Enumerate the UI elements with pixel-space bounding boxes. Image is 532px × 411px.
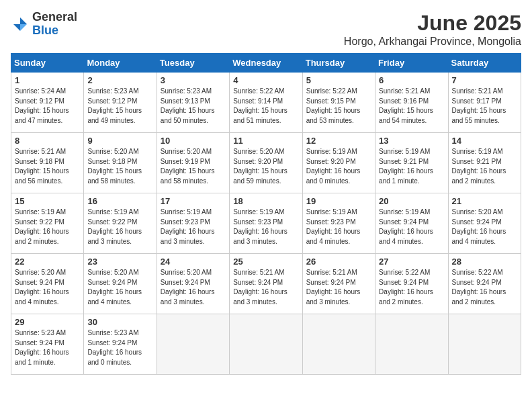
- table-row: 26Sunrise: 5:21 AM Sunset: 9:24 PM Dayli…: [302, 254, 375, 314]
- day-info: Sunrise: 5:19 AM Sunset: 9:24 PM Dayligh…: [379, 208, 444, 246]
- day-info: Sunrise: 5:20 AM Sunset: 9:18 PM Dayligh…: [87, 147, 152, 186]
- day-number: 6: [379, 75, 444, 85]
- table-row: [302, 314, 375, 375]
- week-row-2: 8Sunrise: 5:21 AM Sunset: 9:18 PM Daylig…: [11, 133, 521, 193]
- day-number: 4: [233, 75, 298, 85]
- day-info: Sunrise: 5:21 AM Sunset: 9:18 PM Dayligh…: [15, 147, 80, 186]
- day-number: 20: [379, 196, 444, 206]
- day-number: 25: [233, 257, 298, 267]
- day-number: 30: [87, 317, 152, 327]
- day-info: Sunrise: 5:23 AM Sunset: 9:12 PM Dayligh…: [87, 87, 152, 126]
- table-row: 23Sunrise: 5:20 AM Sunset: 9:24 PM Dayli…: [84, 254, 157, 314]
- table-row: 16Sunrise: 5:19 AM Sunset: 9:22 PM Dayli…: [84, 193, 157, 254]
- table-row: 5Sunrise: 5:22 AM Sunset: 9:15 PM Daylig…: [302, 73, 375, 133]
- table-row: 19Sunrise: 5:19 AM Sunset: 9:23 PM Dayli…: [302, 193, 375, 254]
- table-row: 2Sunrise: 5:23 AM Sunset: 9:12 PM Daylig…: [84, 73, 157, 133]
- day-info: Sunrise: 5:20 AM Sunset: 9:24 PM Dayligh…: [452, 208, 517, 246]
- main-title: June 2025: [344, 11, 521, 36]
- day-number: 15: [15, 196, 80, 206]
- day-info: Sunrise: 5:21 AM Sunset: 9:16 PM Dayligh…: [379, 87, 444, 126]
- day-number: 3: [161, 75, 226, 85]
- day-info: Sunrise: 5:20 AM Sunset: 9:24 PM Dayligh…: [161, 268, 226, 307]
- day-number: 8: [15, 136, 80, 146]
- day-number: 11: [233, 136, 298, 146]
- svg-marker-0: [20, 17, 27, 24]
- table-row: 20Sunrise: 5:19 AM Sunset: 9:24 PM Dayli…: [375, 193, 448, 254]
- title-area: June 2025 Horgo, Arkhangai Province, Mon…: [344, 11, 521, 48]
- week-row-3: 15Sunrise: 5:19 AM Sunset: 9:22 PM Dayli…: [11, 193, 521, 254]
- day-number: 5: [306, 75, 371, 85]
- week-row-5: 29Sunrise: 5:23 AM Sunset: 9:24 PM Dayli…: [11, 314, 521, 375]
- table-row: 14Sunrise: 5:19 AM Sunset: 9:21 PM Dayli…: [448, 133, 521, 193]
- table-row: [157, 314, 229, 375]
- day-number: 13: [379, 136, 444, 146]
- day-info: Sunrise: 5:21 AM Sunset: 9:17 PM Dayligh…: [452, 87, 517, 126]
- logo-blue-text: Blue: [32, 24, 77, 38]
- table-row: 6Sunrise: 5:21 AM Sunset: 9:16 PM Daylig…: [375, 73, 448, 133]
- table-row: [375, 314, 448, 375]
- col-sunday: Sunday: [11, 54, 84, 73]
- day-info: Sunrise: 5:19 AM Sunset: 9:23 PM Dayligh…: [306, 208, 371, 246]
- table-row: 29Sunrise: 5:23 AM Sunset: 9:24 PM Dayli…: [11, 314, 84, 375]
- day-number: 2: [87, 75, 152, 85]
- table-row: 12Sunrise: 5:19 AM Sunset: 9:20 PM Dayli…: [302, 133, 375, 193]
- day-number: 7: [452, 75, 517, 85]
- week-row-1: 1Sunrise: 5:24 AM Sunset: 9:12 PM Daylig…: [11, 73, 521, 133]
- day-info: Sunrise: 5:22 AM Sunset: 9:24 PM Dayligh…: [452, 268, 517, 307]
- day-info: Sunrise: 5:22 AM Sunset: 9:14 PM Dayligh…: [233, 87, 298, 126]
- table-row: [230, 314, 302, 375]
- table-row: 1Sunrise: 5:24 AM Sunset: 9:12 PM Daylig…: [11, 73, 84, 133]
- col-monday: Monday: [84, 54, 157, 73]
- day-number: 17: [161, 196, 226, 206]
- day-info: Sunrise: 5:19 AM Sunset: 9:21 PM Dayligh…: [452, 147, 517, 186]
- day-number: 21: [452, 196, 517, 206]
- table-row: 21Sunrise: 5:20 AM Sunset: 9:24 PM Dayli…: [448, 193, 521, 254]
- table-row: 27Sunrise: 5:22 AM Sunset: 9:24 PM Dayli…: [375, 254, 448, 314]
- table-row: 4Sunrise: 5:22 AM Sunset: 9:14 PM Daylig…: [230, 73, 302, 133]
- day-info: Sunrise: 5:20 AM Sunset: 9:24 PM Dayligh…: [15, 268, 80, 307]
- table-row: 18Sunrise: 5:19 AM Sunset: 9:23 PM Dayli…: [230, 193, 302, 254]
- table-row: 24Sunrise: 5:20 AM Sunset: 9:24 PM Dayli…: [157, 254, 229, 314]
- table-row: 11Sunrise: 5:20 AM Sunset: 9:20 PM Dayli…: [230, 133, 302, 193]
- week-row-4: 22Sunrise: 5:20 AM Sunset: 9:24 PM Dayli…: [11, 254, 521, 314]
- logo: General Blue: [11, 11, 77, 38]
- day-number: 16: [87, 196, 152, 206]
- day-number: 24: [161, 257, 226, 267]
- day-info: Sunrise: 5:19 AM Sunset: 9:21 PM Dayligh…: [379, 147, 444, 186]
- day-info: Sunrise: 5:20 AM Sunset: 9:24 PM Dayligh…: [87, 268, 152, 307]
- calendar-header: Sunday Monday Tuesday Wednesday Thursday…: [11, 54, 521, 73]
- day-number: 19: [306, 196, 371, 206]
- day-info: Sunrise: 5:23 AM Sunset: 9:13 PM Dayligh…: [161, 87, 226, 126]
- svg-marker-2: [20, 24, 27, 31]
- day-number: 29: [15, 317, 80, 327]
- day-info: Sunrise: 5:20 AM Sunset: 9:20 PM Dayligh…: [233, 147, 298, 186]
- table-row: 17Sunrise: 5:19 AM Sunset: 9:23 PM Dayli…: [157, 193, 229, 254]
- page-header: General Blue June 2025 Horgo, Arkhangai …: [11, 11, 521, 48]
- col-tuesday: Tuesday: [157, 54, 229, 73]
- day-info: Sunrise: 5:22 AM Sunset: 9:15 PM Dayligh…: [306, 87, 371, 126]
- svg-marker-1: [13, 24, 20, 31]
- table-row: 22Sunrise: 5:20 AM Sunset: 9:24 PM Dayli…: [11, 254, 84, 314]
- logo-icon: [11, 15, 30, 34]
- table-row: 30Sunrise: 5:23 AM Sunset: 9:24 PM Dayli…: [84, 314, 157, 375]
- day-number: 12: [306, 136, 371, 146]
- day-info: Sunrise: 5:19 AM Sunset: 9:22 PM Dayligh…: [87, 208, 152, 246]
- table-row: 28Sunrise: 5:22 AM Sunset: 9:24 PM Dayli…: [448, 254, 521, 314]
- table-row: 9Sunrise: 5:20 AM Sunset: 9:18 PM Daylig…: [84, 133, 157, 193]
- day-info: Sunrise: 5:20 AM Sunset: 9:19 PM Dayligh…: [161, 147, 226, 186]
- day-info: Sunrise: 5:19 AM Sunset: 9:22 PM Dayligh…: [15, 208, 80, 246]
- table-row: 10Sunrise: 5:20 AM Sunset: 9:19 PM Dayli…: [157, 133, 229, 193]
- col-saturday: Saturday: [448, 54, 521, 73]
- table-row: 7Sunrise: 5:21 AM Sunset: 9:17 PM Daylig…: [448, 73, 521, 133]
- day-info: Sunrise: 5:21 AM Sunset: 9:24 PM Dayligh…: [233, 268, 298, 307]
- day-info: Sunrise: 5:22 AM Sunset: 9:24 PM Dayligh…: [379, 268, 444, 307]
- calendar-body: 1Sunrise: 5:24 AM Sunset: 9:12 PM Daylig…: [11, 73, 521, 375]
- day-number: 27: [379, 257, 444, 267]
- day-info: Sunrise: 5:23 AM Sunset: 9:24 PM Dayligh…: [15, 328, 80, 367]
- table-row: 13Sunrise: 5:19 AM Sunset: 9:21 PM Dayli…: [375, 133, 448, 193]
- day-number: 14: [452, 136, 517, 146]
- table-row: 25Sunrise: 5:21 AM Sunset: 9:24 PM Dayli…: [230, 254, 302, 314]
- day-info: Sunrise: 5:19 AM Sunset: 9:23 PM Dayligh…: [161, 208, 226, 246]
- day-info: Sunrise: 5:19 AM Sunset: 9:23 PM Dayligh…: [233, 208, 298, 246]
- col-wednesday: Wednesday: [230, 54, 302, 73]
